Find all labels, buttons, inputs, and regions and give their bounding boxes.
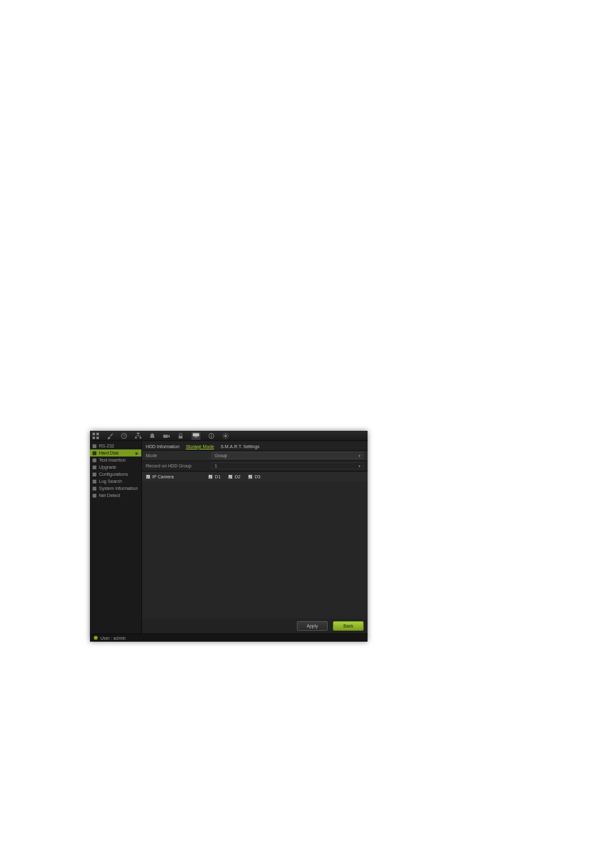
svg-rect-14: [211, 435, 211, 437]
sidebar-item-textinsertion[interactable]: Text Insertion: [90, 457, 141, 464]
svg-rect-8: [163, 435, 168, 438]
sidebar-item-netdetect[interactable]: Net Detect: [90, 492, 141, 499]
config-icon: [93, 473, 96, 476]
tab-storagemode[interactable]: Storage Mode: [186, 444, 214, 449]
svg-rect-2: [93, 437, 95, 439]
tab-smart[interactable]: S.M.A.R.T. Settings: [220, 444, 260, 449]
svg-rect-5: [137, 433, 139, 434]
svg-line-22: [224, 437, 225, 439]
back-button[interactable]: Back: [333, 621, 364, 631]
checkbox-icon: [228, 475, 233, 479]
gear-icon[interactable]: [222, 433, 229, 439]
record-group-dropdown[interactable]: 1 ▾: [211, 462, 364, 469]
record-group-label: Record on HDD Group: [146, 464, 211, 468]
info-circle-icon[interactable]: [208, 433, 215, 439]
chevron-right-icon: ▶: [136, 451, 139, 455]
user-status-icon: [94, 636, 98, 640]
svg-rect-6: [135, 437, 137, 439]
clock-icon[interactable]: [121, 433, 127, 439]
sidebar-item-configurations[interactable]: Configurations: [90, 471, 141, 478]
svg-rect-1: [96, 433, 99, 435]
info-icon: [93, 487, 96, 491]
camera-label: D3: [254, 475, 260, 479]
svg-point-13: [211, 434, 211, 435]
sidebar-item-label: RS-232: [99, 444, 114, 448]
sidebar-item-upgrade[interactable]: Upgrade: [90, 464, 141, 471]
camera-d3[interactable]: D3: [248, 475, 260, 479]
svg-line-20: [224, 433, 225, 435]
sidebar-item-label: System Information: [99, 486, 138, 491]
sidebar-item-label: Log Search: [99, 479, 122, 484]
camera-label: D1: [215, 475, 220, 479]
sidebar-item-systeminfo[interactable]: System Information: [90, 485, 141, 492]
tree-icon[interactable]: [135, 433, 141, 439]
sidebar-item-rs232[interactable]: RS-232: [90, 442, 141, 449]
svg-rect-11: [195, 437, 197, 438]
bell-icon[interactable]: [149, 433, 155, 439]
content-empty-area: [142, 482, 368, 619]
svg-point-15: [224, 435, 227, 437]
upgrade-icon: [93, 466, 96, 469]
ipcamera-row: IP Camera D1 D2 D3: [142, 471, 368, 482]
serial-icon: [93, 444, 96, 448]
top-toolbar: [90, 431, 368, 441]
record-group-value: 1: [215, 464, 217, 468]
grid-icon[interactable]: [93, 433, 99, 439]
status-bar: User : admin: [90, 633, 368, 642]
sidebar-item-label: Hard Disk: [99, 451, 119, 455]
app-window: RS-232 Hard Disk ▶ Text Insertion Upgrad…: [90, 431, 368, 642]
svg-line-23: [227, 433, 228, 435]
main-panel: HDD Information Storage Mode S.M.A.R.T. …: [142, 441, 368, 633]
ipcamera-label: IP Camera: [152, 475, 173, 479]
sidebar-item-label: Text Insertion: [99, 458, 126, 462]
camera-label: D2: [235, 475, 240, 479]
sidebar: RS-232 Hard Disk ▶ Text Insertion Upgrad…: [90, 441, 142, 633]
svg-line-21: [227, 437, 228, 439]
hdd-icon: [93, 451, 96, 455]
apply-button[interactable]: Apply: [297, 621, 328, 631]
mode-value: Group: [215, 453, 227, 458]
camera-d2[interactable]: D2: [228, 475, 240, 479]
row-mode: Mode Group ▾: [142, 451, 368, 461]
lock-icon[interactable]: [177, 433, 184, 439]
status-user-label: User : admin: [100, 636, 126, 640]
mode-label: Mode: [146, 453, 211, 458]
sidebar-item-label: Configurations: [99, 472, 128, 476]
sidebar-item-label: Net Detect: [99, 493, 120, 498]
svg-rect-7: [139, 437, 141, 439]
tab-bar: HDD Information Storage Mode S.M.A.R.T. …: [142, 441, 368, 451]
sidebar-item-harddisk[interactable]: Hard Disk ▶: [90, 449, 141, 457]
camera-d1[interactable]: D1: [208, 475, 220, 479]
log-icon: [93, 480, 96, 484]
checkbox-icon: [208, 475, 213, 479]
brush-icon[interactable]: [107, 433, 113, 439]
svg-rect-10: [193, 433, 199, 437]
chevron-down-icon: ▾: [359, 453, 360, 458]
checkbox-icon: [248, 475, 253, 479]
tab-hddinfo[interactable]: HDD Information: [146, 444, 179, 449]
footer-actions: Apply Back: [142, 619, 368, 633]
ipcamera-master[interactable]: IP Camera: [146, 475, 173, 479]
chevron-down-icon: ▾: [359, 464, 360, 468]
sidebar-item-logsearch[interactable]: Log Search: [90, 478, 141, 485]
camera-icon[interactable]: [163, 433, 170, 439]
checkbox-icon: [146, 475, 150, 479]
net-icon: [93, 494, 96, 498]
text-icon: [93, 458, 96, 462]
svg-rect-3: [96, 437, 99, 439]
row-record-group: Record on HDD Group 1 ▾: [142, 461, 368, 471]
screen-icon[interactable]: [191, 432, 200, 440]
svg-rect-0: [93, 433, 95, 435]
app-body: RS-232 Hard Disk ▶ Text Insertion Upgrad…: [90, 441, 368, 633]
svg-rect-9: [179, 436, 182, 439]
mode-dropdown[interactable]: Group ▾: [211, 452, 364, 459]
sidebar-item-label: Upgrade: [99, 465, 116, 469]
